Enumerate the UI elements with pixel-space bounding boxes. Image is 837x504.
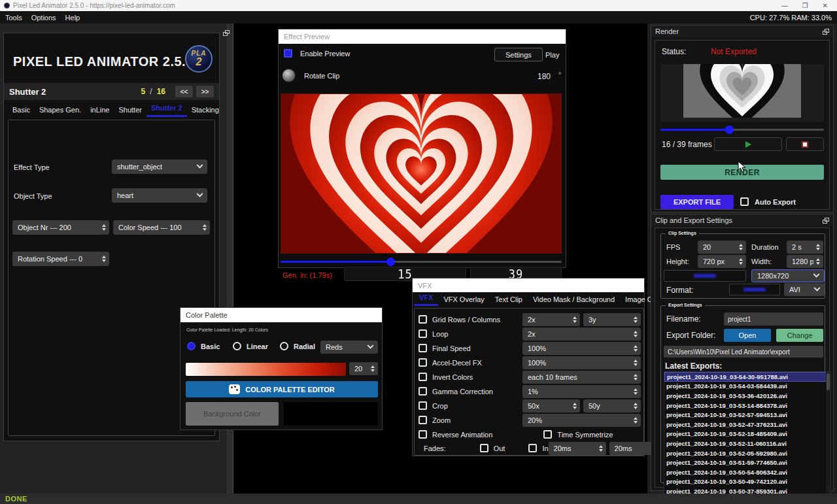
stepper-arrows-icon[interactable] — [371, 365, 375, 372]
export-file-item[interactable]: project1_2024-10-19_03-53-36-420126.avi — [664, 391, 830, 401]
time-symmetrize-checkbox[interactable] — [543, 430, 552, 439]
rotation-speed-stepper[interactable]: Rotation Speed --- 0 — [12, 252, 109, 266]
render-panel-header[interactable]: Render — [651, 25, 833, 37]
clip-export-panel-header[interactable]: Clip and Export Settings — [651, 214, 833, 226]
tab-shutter-2[interactable]: Shutter 2 — [146, 103, 187, 117]
codec-link-button[interactable] — [729, 284, 780, 295]
menu-help[interactable]: Help — [65, 14, 80, 22]
invert-colors-checkbox[interactable] — [418, 373, 427, 381]
height-stepper[interactable]: 720 px — [698, 255, 746, 268]
grid-rows-columns-checkbox[interactable] — [418, 315, 427, 324]
effect-preview-titlebar[interactable]: Effect Preview — [279, 29, 566, 44]
minimize-button[interactable]: — — [781, 2, 788, 9]
palette-gradient-bar[interactable] — [186, 363, 346, 376]
render-stop-button[interactable] — [786, 137, 824, 151]
invert-colors-stepper[interactable]: each 10 frames — [522, 371, 641, 384]
auto-export-checkbox[interactable] — [740, 197, 749, 206]
latest-exports-list[interactable]: project1_2024-10-19_03-54-30-951788.avip… — [664, 371, 831, 496]
fps-stepper[interactable]: 20 — [698, 241, 746, 254]
mode-linear-radio[interactable] — [233, 342, 241, 350]
left-panel-restore-icon[interactable] — [223, 30, 230, 36]
fade-in-checkbox[interactable] — [528, 444, 537, 452]
reverse-animation-checkbox[interactable] — [418, 430, 427, 439]
background-color-swatch[interactable] — [284, 402, 378, 426]
preview-timeline-slider[interactable] — [281, 258, 562, 265]
color-palette-editor-button[interactable]: COLOR PALETTE EDITOR — [186, 381, 378, 397]
fade-out-stepper[interactable]: 20ms — [549, 442, 606, 455]
rotate-knob-icon[interactable] — [282, 69, 296, 82]
width-stepper[interactable]: 1280 px — [787, 255, 823, 268]
stepper-arrows-icon[interactable] — [634, 374, 638, 380]
fade-out-checkbox[interactable] — [480, 444, 488, 452]
export-file-item[interactable]: project1_2024-10-19_03-52-18-485409.avi — [664, 429, 830, 439]
background-color-button[interactable]: Background Color — [186, 402, 279, 426]
export-file-item[interactable]: project1_2024-10-19_03-54-30-951788.avi — [664, 372, 830, 382]
stepper-arrows-icon[interactable] — [634, 360, 638, 366]
stepper-arrows-icon[interactable] — [634, 316, 638, 323]
maximize-button[interactable]: ❒ — [802, 2, 808, 9]
final-speed-stepper[interactable]: 100% — [522, 342, 641, 355]
resolution-select[interactable]: 1280x720 — [751, 269, 825, 282]
zoom-checkbox[interactable] — [418, 416, 427, 424]
vfx-tab-vfx[interactable]: VFX — [414, 292, 438, 306]
stepper-arrows-icon[interactable] — [739, 244, 743, 250]
grid-rows-columns-stepper[interactable]: 2x — [522, 313, 580, 326]
stepper-arrows-icon[interactable] — [634, 345, 638, 352]
export-file-item[interactable]: project1_2024-10-19_03-51-59-774650.avi — [664, 458, 830, 467]
stepper-arrows-icon[interactable] — [599, 445, 603, 452]
export-file-item[interactable]: project1_2024-10-19_03-52-05-592980.avi — [664, 448, 830, 458]
zoom-stepper[interactable]: 20% — [522, 414, 641, 427]
preview-settings-button[interactable]: Settings — [494, 48, 543, 61]
slider-thumb[interactable] — [386, 258, 395, 266]
preset-prev-button[interactable]: << — [175, 86, 193, 97]
gamma-correction-stepper[interactable]: 1% — [522, 385, 641, 398]
stepper-arrows-icon[interactable] — [634, 403, 638, 409]
change-folder-button[interactable]: Change — [776, 329, 823, 342]
export-file-item[interactable]: project1_2024-10-19_03-54-03-584439.avi — [664, 382, 830, 392]
export-file-item[interactable]: project1_2024-10-19_03-52-47-376231.avi — [664, 420, 830, 429]
crop-checkbox[interactable] — [418, 401, 427, 410]
loop-checkbox[interactable] — [418, 329, 427, 338]
export-file-item[interactable]: project1_2024-10-19_03-52-11-060116.avi — [664, 439, 830, 448]
render-progress-slider[interactable] — [660, 126, 824, 133]
export-file-item[interactable]: project1_2024-10-19_03-50-49-742120.avi — [664, 477, 830, 487]
export-file-button[interactable]: EXPORT FILE — [660, 195, 734, 209]
scrollbar-thumb[interactable] — [827, 373, 830, 390]
stepper-arrows-icon[interactable] — [203, 224, 207, 231]
mode-basic-radio[interactable] — [187, 342, 196, 350]
color-speed-stepper[interactable]: Color Speed --- 100 — [113, 220, 210, 235]
tab-basic[interactable]: Basic — [8, 104, 35, 117]
format-select[interactable]: AVI — [784, 283, 825, 296]
vfx-tab-text-clip[interactable]: Text Clip — [490, 294, 528, 306]
object-type-select[interactable]: heart — [112, 188, 207, 203]
object-nr-stepper[interactable]: Object Nr --- 200 — [12, 220, 109, 235]
export-folder-path[interactable]: C:\Users\Win10\Pixel Led Animator\export — [664, 346, 823, 358]
vfx-titlebar[interactable]: VFX — [413, 278, 644, 292]
export-file-item[interactable]: project1_2024-10-19_03-50-54-806342.avi — [664, 467, 830, 477]
stepper-arrows-icon[interactable] — [573, 316, 577, 323]
stepper-arrows-icon[interactable] — [816, 258, 820, 265]
stepper-arrows-icon[interactable] — [739, 258, 743, 265]
play-button[interactable]: Play — [545, 51, 559, 59]
render-play-button[interactable] — [714, 137, 782, 151]
preset-next-button[interactable]: >> — [196, 86, 214, 97]
tab-stacking[interactable]: Stacking — [187, 104, 219, 117]
stepper-arrows-icon[interactable] — [634, 331, 638, 337]
export-file-item[interactable]: project1_2024-10-19_03-52-57-594513.avi — [664, 410, 830, 420]
effect-preview-image[interactable] — [281, 93, 562, 254]
loop-stepper[interactable]: 2x — [522, 328, 641, 341]
palette-count-stepper[interactable]: 20 — [349, 362, 378, 375]
stepper-arrows-icon[interactable] — [634, 388, 638, 395]
crop-stepper[interactable]: 50y — [583, 399, 641, 412]
vfx-tab-vfx-overlay[interactable]: VFX Overlay — [438, 294, 489, 306]
crop-stepper[interactable]: 50x — [522, 399, 580, 412]
effect-type-select[interactable]: shutter_object — [112, 160, 207, 174]
enable-preview-checkbox[interactable] — [284, 49, 292, 58]
accel-decel-fx-stepper[interactable]: 100% — [522, 356, 641, 369]
final-speed-checkbox[interactable] — [418, 344, 427, 352]
stepper-arrows-icon[interactable] — [634, 417, 638, 424]
clip-export-restore-icon[interactable] — [823, 218, 829, 224]
vfx-tab-video-mask-background[interactable]: Video Mask / Background — [528, 294, 620, 306]
stepper-arrows-icon[interactable] — [573, 403, 577, 409]
tab-inline[interactable]: inLine — [86, 104, 114, 117]
